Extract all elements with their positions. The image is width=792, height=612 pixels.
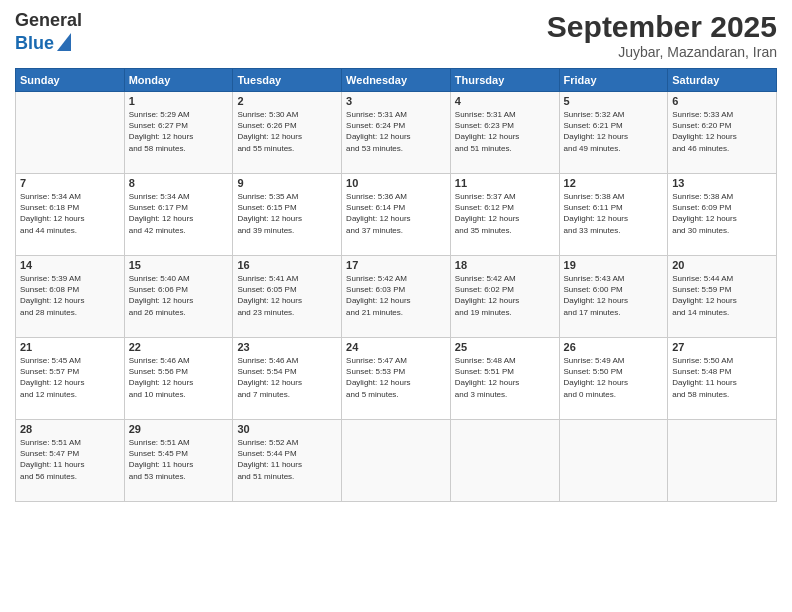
calendar-cell: 1Sunrise: 5:29 AM Sunset: 6:27 PM Daylig…: [124, 92, 233, 174]
day-info: Sunrise: 5:41 AM Sunset: 6:05 PM Dayligh…: [237, 273, 337, 318]
day-info: Sunrise: 5:46 AM Sunset: 5:54 PM Dayligh…: [237, 355, 337, 400]
day-info: Sunrise: 5:40 AM Sunset: 6:06 PM Dayligh…: [129, 273, 229, 318]
day-number: 3: [346, 95, 446, 107]
month-title: September 2025: [547, 10, 777, 44]
day-info: Sunrise: 5:33 AM Sunset: 6:20 PM Dayligh…: [672, 109, 772, 154]
day-info: Sunrise: 5:42 AM Sunset: 6:03 PM Dayligh…: [346, 273, 446, 318]
day-number: 30: [237, 423, 337, 435]
calendar-cell: 23Sunrise: 5:46 AM Sunset: 5:54 PM Dayli…: [233, 338, 342, 420]
col-sunday: Sunday: [16, 69, 125, 92]
calendar-cell: 22Sunrise: 5:46 AM Sunset: 5:56 PM Dayli…: [124, 338, 233, 420]
calendar-cell: 13Sunrise: 5:38 AM Sunset: 6:09 PM Dayli…: [668, 174, 777, 256]
calendar-week-1: 1Sunrise: 5:29 AM Sunset: 6:27 PM Daylig…: [16, 92, 777, 174]
day-info: Sunrise: 5:30 AM Sunset: 6:26 PM Dayligh…: [237, 109, 337, 154]
calendar-cell: 14Sunrise: 5:39 AM Sunset: 6:08 PM Dayli…: [16, 256, 125, 338]
calendar-cell: [450, 420, 559, 502]
day-number: 8: [129, 177, 229, 189]
day-info: Sunrise: 5:31 AM Sunset: 6:23 PM Dayligh…: [455, 109, 555, 154]
day-number: 25: [455, 341, 555, 353]
calendar-cell: [559, 420, 668, 502]
day-info: Sunrise: 5:48 AM Sunset: 5:51 PM Dayligh…: [455, 355, 555, 400]
day-info: Sunrise: 5:31 AM Sunset: 6:24 PM Dayligh…: [346, 109, 446, 154]
col-saturday: Saturday: [668, 69, 777, 92]
logo-general: General: [15, 10, 82, 31]
calendar-cell: 11Sunrise: 5:37 AM Sunset: 6:12 PM Dayli…: [450, 174, 559, 256]
calendar-cell: 4Sunrise: 5:31 AM Sunset: 6:23 PM Daylig…: [450, 92, 559, 174]
calendar-week-3: 14Sunrise: 5:39 AM Sunset: 6:08 PM Dayli…: [16, 256, 777, 338]
calendar-cell: 29Sunrise: 5:51 AM Sunset: 5:45 PM Dayli…: [124, 420, 233, 502]
day-number: 26: [564, 341, 664, 353]
calendar-table: Sunday Monday Tuesday Wednesday Thursday…: [15, 68, 777, 502]
day-number: 19: [564, 259, 664, 271]
day-number: 9: [237, 177, 337, 189]
col-friday: Friday: [559, 69, 668, 92]
logo: General Blue: [15, 10, 82, 55]
day-number: 5: [564, 95, 664, 107]
day-info: Sunrise: 5:34 AM Sunset: 6:18 PM Dayligh…: [20, 191, 120, 236]
calendar-cell: 28Sunrise: 5:51 AM Sunset: 5:47 PM Dayli…: [16, 420, 125, 502]
day-number: 11: [455, 177, 555, 189]
day-info: Sunrise: 5:38 AM Sunset: 6:09 PM Dayligh…: [672, 191, 772, 236]
calendar-cell: 18Sunrise: 5:42 AM Sunset: 6:02 PM Dayli…: [450, 256, 559, 338]
day-number: 13: [672, 177, 772, 189]
calendar-cell: 26Sunrise: 5:49 AM Sunset: 5:50 PM Dayli…: [559, 338, 668, 420]
day-number: 23: [237, 341, 337, 353]
day-info: Sunrise: 5:36 AM Sunset: 6:14 PM Dayligh…: [346, 191, 446, 236]
day-number: 24: [346, 341, 446, 353]
calendar-cell: [668, 420, 777, 502]
calendar-cell: [16, 92, 125, 174]
day-number: 2: [237, 95, 337, 107]
location-subtitle: Juybar, Mazandaran, Iran: [547, 44, 777, 60]
day-number: 29: [129, 423, 229, 435]
day-info: Sunrise: 5:47 AM Sunset: 5:53 PM Dayligh…: [346, 355, 446, 400]
day-number: 6: [672, 95, 772, 107]
day-number: 28: [20, 423, 120, 435]
day-info: Sunrise: 5:29 AM Sunset: 6:27 PM Dayligh…: [129, 109, 229, 154]
day-info: Sunrise: 5:38 AM Sunset: 6:11 PM Dayligh…: [564, 191, 664, 236]
calendar-cell: 9Sunrise: 5:35 AM Sunset: 6:15 PM Daylig…: [233, 174, 342, 256]
calendar-cell: 5Sunrise: 5:32 AM Sunset: 6:21 PM Daylig…: [559, 92, 668, 174]
day-number: 10: [346, 177, 446, 189]
day-info: Sunrise: 5:39 AM Sunset: 6:08 PM Dayligh…: [20, 273, 120, 318]
day-number: 4: [455, 95, 555, 107]
day-number: 14: [20, 259, 120, 271]
day-number: 16: [237, 259, 337, 271]
title-block: September 2025 Juybar, Mazandaran, Iran: [547, 10, 777, 60]
calendar-cell: 17Sunrise: 5:42 AM Sunset: 6:03 PM Dayli…: [342, 256, 451, 338]
day-info: Sunrise: 5:34 AM Sunset: 6:17 PM Dayligh…: [129, 191, 229, 236]
day-number: 15: [129, 259, 229, 271]
svg-marker-0: [57, 33, 71, 51]
day-number: 12: [564, 177, 664, 189]
day-info: Sunrise: 5:49 AM Sunset: 5:50 PM Dayligh…: [564, 355, 664, 400]
day-number: 1: [129, 95, 229, 107]
calendar-cell: 30Sunrise: 5:52 AM Sunset: 5:44 PM Dayli…: [233, 420, 342, 502]
day-info: Sunrise: 5:51 AM Sunset: 5:47 PM Dayligh…: [20, 437, 120, 482]
calendar-cell: 21Sunrise: 5:45 AM Sunset: 5:57 PM Dayli…: [16, 338, 125, 420]
day-info: Sunrise: 5:32 AM Sunset: 6:21 PM Dayligh…: [564, 109, 664, 154]
day-number: 20: [672, 259, 772, 271]
calendar-week-4: 21Sunrise: 5:45 AM Sunset: 5:57 PM Dayli…: [16, 338, 777, 420]
day-info: Sunrise: 5:45 AM Sunset: 5:57 PM Dayligh…: [20, 355, 120, 400]
day-info: Sunrise: 5:51 AM Sunset: 5:45 PM Dayligh…: [129, 437, 229, 482]
calendar-week-5: 28Sunrise: 5:51 AM Sunset: 5:47 PM Dayli…: [16, 420, 777, 502]
calendar-cell: 8Sunrise: 5:34 AM Sunset: 6:17 PM Daylig…: [124, 174, 233, 256]
day-number: 18: [455, 259, 555, 271]
day-info: Sunrise: 5:37 AM Sunset: 6:12 PM Dayligh…: [455, 191, 555, 236]
calendar-cell: 19Sunrise: 5:43 AM Sunset: 6:00 PM Dayli…: [559, 256, 668, 338]
calendar-cell: 15Sunrise: 5:40 AM Sunset: 6:06 PM Dayli…: [124, 256, 233, 338]
calendar-cell: 20Sunrise: 5:44 AM Sunset: 5:59 PM Dayli…: [668, 256, 777, 338]
logo-blue: Blue: [15, 33, 54, 54]
calendar-cell: 16Sunrise: 5:41 AM Sunset: 6:05 PM Dayli…: [233, 256, 342, 338]
day-number: 21: [20, 341, 120, 353]
calendar-cell: 6Sunrise: 5:33 AM Sunset: 6:20 PM Daylig…: [668, 92, 777, 174]
day-info: Sunrise: 5:35 AM Sunset: 6:15 PM Dayligh…: [237, 191, 337, 236]
page: General Blue September 2025 Juybar, Maza…: [0, 0, 792, 612]
header: General Blue September 2025 Juybar, Maza…: [15, 10, 777, 60]
col-tuesday: Tuesday: [233, 69, 342, 92]
col-thursday: Thursday: [450, 69, 559, 92]
calendar-cell: 27Sunrise: 5:50 AM Sunset: 5:48 PM Dayli…: [668, 338, 777, 420]
calendar-cell: 10Sunrise: 5:36 AM Sunset: 6:14 PM Dayli…: [342, 174, 451, 256]
calendar-week-2: 7Sunrise: 5:34 AM Sunset: 6:18 PM Daylig…: [16, 174, 777, 256]
calendar-cell: 25Sunrise: 5:48 AM Sunset: 5:51 PM Dayli…: [450, 338, 559, 420]
day-info: Sunrise: 5:42 AM Sunset: 6:02 PM Dayligh…: [455, 273, 555, 318]
